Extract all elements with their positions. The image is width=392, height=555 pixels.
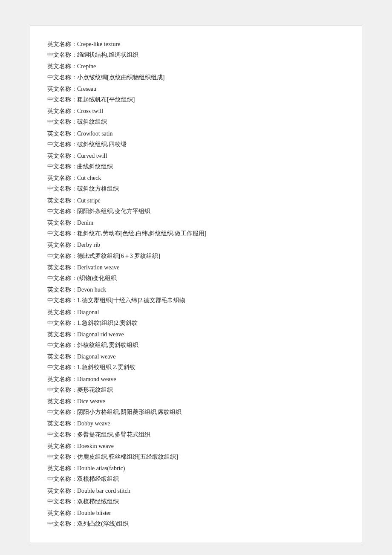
en-label-7: 英文名称：	[47, 195, 77, 206]
zh-value-8: 粗斜纹布,劳动布[色经,白纬,斜纹组织,做工作服用]	[77, 228, 206, 239]
zh-row-18: 中文名称：仿鹿皮组织,驼丝棉组织[五经缎纹组织]	[47, 451, 345, 462]
en-row-0: 英文名称：Crepe-like texture	[47, 39, 345, 49]
en-row-14: 英文名称：Diagonal weave	[47, 351, 345, 362]
zh-label-8: 中文名称：	[47, 228, 77, 239]
en-label-3: 英文名称：	[47, 106, 77, 116]
zh-value-4: 破斜纹组织,四枚缎	[77, 139, 127, 150]
en-row-10: 英文名称：Derivation weave	[47, 262, 345, 273]
en-label-14: 英文名称：	[47, 351, 77, 362]
zh-row-11: 中文名称：1.德文郡组织[十经六纬]2.德文郡毛巾织物	[47, 295, 345, 306]
zh-row-13: 中文名称：斜棱纹组织,贡斜纹组织	[47, 340, 345, 350]
en-value-5: Curved twill	[77, 150, 107, 161]
entry-18: 英文名称：Doeskin weave中文名称：仿鹿皮组织,驼丝棉组织[五经缎纹组…	[47, 441, 345, 462]
zh-row-19: 中文名称：双梳栉经缎组织	[47, 474, 345, 484]
en-label-2: 英文名称：	[47, 84, 77, 94]
zh-label-14: 中文名称：	[47, 362, 77, 373]
en-value-11: Devon huck	[77, 284, 106, 295]
en-value-14: Diagonal weave	[77, 351, 116, 362]
entry-17: 英文名称：Dobby weave中文名称：多臂提花组织,多臂花式组织	[47, 418, 345, 439]
zh-row-4: 中文名称：破斜纹组织,四枚缎	[47, 139, 345, 150]
entry-15: 英文名称：Diamond weave中文名称：菱形花纹组织	[47, 374, 345, 395]
en-row-12: 英文名称：Diagonal	[47, 307, 345, 318]
zh-row-8: 中文名称：粗斜纹布,劳动布[色经,白纬,斜纹组织,做工作服用]	[47, 228, 345, 239]
entry-1: 英文名称：Crepine中文名称：小点皱纹绸[点纹由织物组织组成]	[47, 61, 345, 82]
en-row-15: 英文名称：Diamond weave	[47, 374, 345, 384]
en-label-18: 英文名称：	[47, 441, 77, 451]
zh-value-10: (织物)变化组织	[77, 273, 117, 283]
zh-row-7: 中文名称：阴阳斜条组织,变化方平组织	[47, 206, 345, 217]
zh-value-12: 1.急斜纹(组织)2.贡斜纹	[77, 318, 138, 328]
entry-14: 英文名称：Diagonal weave中文名称：1.急斜纹组织 2.贡斜纹	[47, 351, 345, 373]
zh-label-18: 中文名称：	[47, 451, 77, 462]
en-row-20: 英文名称：Double bar cord stitch	[47, 486, 345, 496]
zh-label-9: 中文名称：	[47, 251, 77, 261]
en-value-2: Creseau	[77, 84, 96, 94]
en-label-19: 英文名称：	[47, 463, 77, 474]
zh-row-12: 中文名称：1.急斜纹(组织)2.贡斜纹	[47, 318, 345, 328]
zh-label-4: 中文名称：	[47, 139, 77, 150]
entries-container: 英文名称：Crepe-like texture中文名称：绉绸状结构,绉绸状组织英…	[47, 39, 345, 529]
entry-10: 英文名称：Derivation weave中文名称：(织物)变化组织	[47, 262, 345, 283]
en-row-16: 英文名称：Dice weave	[47, 396, 345, 407]
zh-row-9: 中文名称：德比式罗纹组织[6＋3 罗纹组织]	[47, 251, 345, 261]
zh-value-15: 菱形花纹组织	[77, 384, 113, 395]
entry-12: 英文名称：Diagonal中文名称：1.急斜纹(组织)2.贡斜纹	[47, 307, 345, 328]
en-value-17: Dobby weave	[77, 418, 110, 429]
entry-4: 英文名称：Crowfoot satin中文名称：破斜纹组织,四枚缎	[47, 128, 345, 150]
en-value-13: Diagonal rid weave	[77, 329, 124, 340]
zh-value-9: 德比式罗纹组织[6＋3 罗纹组织]	[77, 251, 160, 261]
en-value-6: Cut check	[77, 173, 101, 183]
zh-value-5: 曲线斜纹组织	[77, 161, 113, 172]
zh-row-6: 中文名称：破斜纹方格组织	[47, 183, 345, 194]
en-row-6: 英文名称：Cut check	[47, 173, 345, 183]
en-label-20: 英文名称：	[47, 486, 77, 496]
zh-value-0: 绉绸状结构,绉绸状组织	[77, 49, 138, 60]
en-label-11: 英文名称：	[47, 284, 77, 295]
zh-row-2: 中文名称：粗起绒帆布[平纹组织]	[47, 94, 345, 105]
en-label-0: 英文名称：	[47, 39, 77, 49]
en-label-16: 英文名称：	[47, 396, 77, 407]
en-label-17: 英文名称：	[47, 418, 77, 429]
zh-row-3: 中文名称：破斜纹组织	[47, 116, 345, 127]
zh-label-19: 中文名称：	[47, 474, 77, 484]
zh-label-0: 中文名称：	[47, 49, 77, 60]
en-row-13: 英文名称：Diagonal rid weave	[47, 329, 345, 340]
en-label-5: 英文名称：	[47, 150, 77, 161]
en-label-13: 英文名称：	[47, 329, 77, 340]
en-row-2: 英文名称：Creseau	[47, 84, 345, 94]
zh-label-16: 中文名称：	[47, 407, 77, 417]
en-label-8: 英文名称：	[47, 217, 77, 228]
entry-20: 英文名称：Double bar cord stitch中文名称：双梳栉经绒组织	[47, 486, 345, 507]
entry-2: 英文名称：Creseau中文名称：粗起绒帆布[平纹组织]	[47, 84, 345, 105]
en-row-8: 英文名称：Denim	[47, 217, 345, 228]
en-row-7: 英文名称：Cut stripe	[47, 195, 345, 206]
zh-value-6: 破斜纹方格组织	[77, 183, 119, 194]
content-box: 英文名称：Crepe-like texture中文名称：绉绸状结构,绉绸状组织英…	[30, 26, 362, 543]
en-label-10: 英文名称：	[47, 262, 77, 273]
en-row-5: 英文名称：Curved twill	[47, 150, 345, 161]
en-value-4: Crowfoot satin	[77, 128, 113, 139]
zh-value-16: 阴阳小方格组织,阴阳菱形组织,席纹组织	[77, 407, 182, 417]
en-row-18: 英文名称：Doeskin weave	[47, 441, 345, 451]
zh-value-11: 1.德文郡组织[十经六纬]2.德文郡毛巾织物	[77, 295, 185, 306]
en-row-9: 英文名称：Derby rib	[47, 240, 345, 250]
en-value-3: Cross twill	[77, 106, 103, 116]
zh-label-21: 中文名称：	[47, 518, 77, 529]
en-label-1: 英文名称：	[47, 61, 77, 72]
zh-row-16: 中文名称：阴阳小方格组织,阴阳菱形组织,席纹组织	[47, 407, 345, 417]
zh-row-15: 中文名称：菱形花纹组织	[47, 384, 345, 395]
entry-19: 英文名称：Double atlas(fabric)中文名称：双梳栉经缎组织	[47, 463, 345, 484]
en-label-9: 英文名称：	[47, 240, 77, 250]
zh-row-21: 中文名称：双列凸纹(浮线)组织	[47, 518, 345, 529]
zh-value-17: 多臂提花组织,多臂花式组织	[77, 429, 150, 440]
en-row-21: 英文名称：Double blister	[47, 508, 345, 518]
entry-8: 英文名称：Denim中文名称：粗斜纹布,劳动布[色经,白纬,斜纹组织,做工作服用…	[47, 217, 345, 239]
en-value-10: Derivation weave	[77, 262, 119, 273]
entry-11: 英文名称：Devon huck中文名称：1.德文郡组织[十经六纬]2.德文郡毛巾…	[47, 284, 345, 306]
zh-row-20: 中文名称：双梳栉经绒组织	[47, 496, 345, 507]
zh-row-10: 中文名称：(织物)变化组织	[47, 273, 345, 283]
zh-label-2: 中文名称：	[47, 94, 77, 105]
en-value-12: Diagonal	[77, 307, 99, 318]
zh-value-1: 小点皱纹绸[点纹由织物组织组成]	[77, 72, 164, 83]
zh-label-6: 中文名称：	[47, 183, 77, 194]
